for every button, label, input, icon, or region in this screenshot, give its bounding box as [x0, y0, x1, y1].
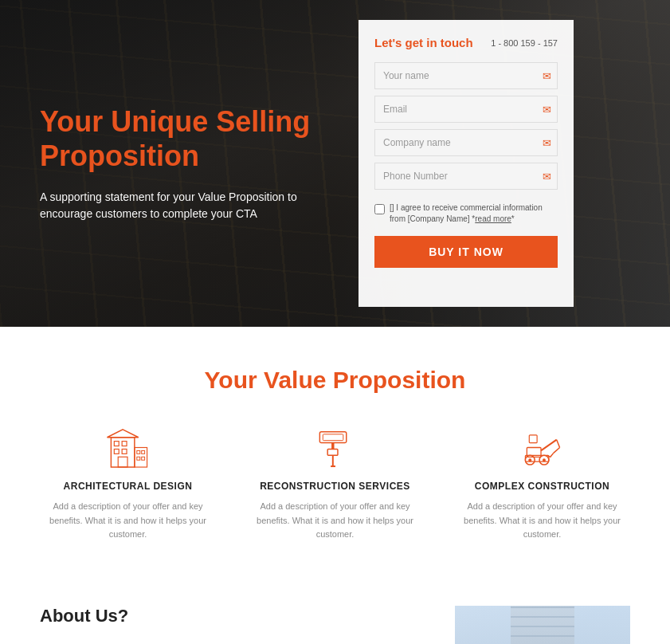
- value-card-2: RECONSTRUCTION SERVICES Add a descriptio…: [256, 426, 415, 542]
- svg-rect-3: [114, 449, 119, 454]
- card-3-title: COMPLEX CONSTRUCTION: [475, 481, 609, 492]
- email-field-wrapper: ✉: [374, 96, 558, 123]
- card-1-title: ARCHITECTURAL DESIGN: [64, 481, 193, 492]
- excavator-icon: [519, 426, 566, 469]
- phone-field-icon: ✉: [543, 171, 551, 183]
- card-1-desc: Add a description of your offer and key …: [49, 500, 208, 542]
- paint-roller-icon: [311, 426, 359, 469]
- svg-rect-8: [136, 450, 139, 454]
- buy-button[interactable]: BUY IT NOW: [374, 236, 558, 268]
- consent-checkbox[interactable]: [374, 204, 385, 214]
- svg-rect-5: [118, 457, 127, 467]
- company-field-wrapper: ✉: [374, 129, 558, 156]
- contact-form-panel: Let's get in touch 1 - 800 159 - 157 ✉ ✉…: [359, 20, 574, 307]
- svg-rect-10: [136, 457, 139, 460]
- svg-rect-11: [141, 457, 144, 460]
- svg-rect-14: [331, 443, 334, 450]
- card-2-title: RECONSTRUCTION SERVICES: [260, 481, 410, 492]
- svg-marker-6: [107, 430, 138, 438]
- svg-rect-15: [327, 449, 338, 455]
- value-card-1: ARCHITECTURAL DESIGN Add a description o…: [49, 426, 208, 542]
- name-input[interactable]: [374, 62, 558, 89]
- svg-rect-13: [323, 434, 343, 441]
- value-cards: ARCHITECTURAL DESIGN Add a description o…: [24, 426, 646, 542]
- hero-section: Your Unique Selling Proposition A suppor…: [0, 0, 670, 327]
- about-desc-1: Add a description of your offer and key …: [40, 639, 431, 644]
- about-content: About Us? Add a description of your offe…: [40, 606, 431, 644]
- name-field-wrapper: ✉: [374, 62, 558, 89]
- about-section: About Us? Add a description of your offe…: [0, 574, 670, 644]
- about-title: About Us?: [40, 606, 431, 626]
- card-2-desc: Add a description of your offer and key …: [256, 500, 415, 542]
- value-section: Your Value Proposition ARCHITECTURAL DES…: [0, 327, 670, 574]
- checkbox-row: [] I agree to receive commercial informa…: [374, 202, 558, 225]
- email-input[interactable]: [374, 96, 558, 123]
- form-header: Let's get in touch 1 - 800 159 - 157: [374, 36, 558, 49]
- hero-subtitle: A supporting statement for your Value Pr…: [40, 189, 327, 222]
- card-3-desc: Add a description of your offer and key …: [463, 500, 622, 542]
- about-image: [455, 606, 630, 644]
- value-title: Your Value Proposition: [24, 367, 646, 394]
- svg-rect-7: [134, 448, 147, 468]
- phone-input[interactable]: [374, 163, 558, 190]
- svg-rect-27: [529, 435, 537, 443]
- building-icon: [104, 426, 152, 469]
- form-phone: 1 - 800 159 - 157: [491, 38, 558, 48]
- value-card-3: COMPLEX CONSTRUCTION Add a description o…: [463, 426, 622, 542]
- company-input[interactable]: [374, 129, 558, 156]
- svg-rect-12: [319, 432, 346, 443]
- svg-rect-4: [122, 449, 127, 454]
- hero-title: Your Unique Selling Proposition: [40, 104, 327, 173]
- svg-rect-9: [141, 450, 144, 454]
- email-field-icon: ✉: [543, 104, 551, 116]
- phone-field-wrapper: ✉: [374, 163, 558, 190]
- svg-rect-1: [114, 442, 119, 446]
- hero-content: Your Unique Selling Proposition A suppor…: [0, 0, 359, 327]
- company-field-icon: ✉: [543, 137, 551, 149]
- svg-line-24: [541, 440, 557, 451]
- svg-line-26: [553, 448, 559, 454]
- svg-rect-2: [122, 442, 127, 446]
- name-field-icon: ✉: [543, 70, 551, 82]
- checkbox-label: [] I agree to receive commercial informa…: [390, 202, 558, 225]
- svg-line-25: [556, 440, 559, 448]
- form-title: Let's get in touch: [374, 36, 473, 49]
